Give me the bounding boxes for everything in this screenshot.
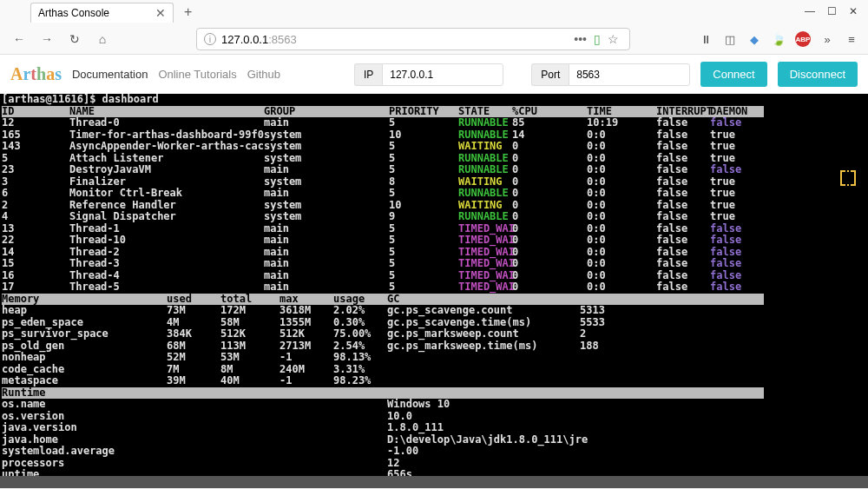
adblock-icon[interactable]: ABP <box>795 31 811 47</box>
thread-row: 13Thread-1main5TIMED_WAI00:0falsefalse <box>2 223 866 235</box>
info-icon[interactable]: i <box>204 33 216 45</box>
address-bar[interactable]: i 127.0.0.1:8563 ••• ▯ ☆ <box>196 28 630 50</box>
command: dashboard <box>102 94 159 106</box>
thread-row: 14Thread-2main5TIMED_WAI00:0falsefalse <box>2 247 866 259</box>
thread-row: 23DestroyJavaVMmain5RUNNABLE00:0falsefal… <box>2 164 866 176</box>
thread-row: 2Reference Handlersystem10WAITING00:0fal… <box>2 200 866 212</box>
disconnect-button[interactable]: Disconnect <box>778 62 858 87</box>
port-input[interactable] <box>569 63 690 86</box>
thread-row: 165Timer-for-arthas-dashboard-99f0system… <box>2 129 866 142</box>
runtime-row: java.version1.8.0_111 <box>2 422 866 434</box>
ip-label: IP <box>354 63 382 86</box>
back-button[interactable]: ← <box>9 29 30 50</box>
reader-icon[interactable]: ▯ <box>594 32 601 46</box>
menu-icon[interactable]: ≡ <box>844 31 859 47</box>
ip-input[interactable] <box>382 63 503 86</box>
runtime-row: java.homeD:\develop\Java\jdk1.8.0_111\jr… <box>2 434 866 446</box>
capture-icon[interactable] <box>840 170 856 186</box>
memory-row: metaspace39M40M-198.23% <box>2 375 866 387</box>
thread-row: 143AsyncAppender-Worker-arthas-cacsystem… <box>2 141 866 153</box>
app-header: Arthas Documentation Online Tutorials Gi… <box>0 55 868 94</box>
thread-header: IDNAMEGROUPPRIORITYSTATE%CPUTIMEINTERRUP… <box>2 106 764 118</box>
memory-header: MemoryusedtotalmaxusageGC <box>2 294 764 306</box>
thread-row: 15Thread-3main5TIMED_WAI00:0falsefalse <box>2 258 866 270</box>
memory-row: ps_old_gen68M113M2713M2.54%gc.ps_markswe… <box>2 340 866 353</box>
runtime-row: systemload.average-1.00 <box>2 446 866 458</box>
sidebar-icon[interactable]: ◫ <box>722 31 738 47</box>
terminal[interactable]: [arthas@11616]$ dashboard IDNAMEGROUPPRI… <box>0 94 868 488</box>
nav-github[interactable]: Github <box>247 68 280 81</box>
thread-row: 4Signal Dispatchersystem9RUNNABLE00:0fal… <box>2 211 866 223</box>
nav-tutorials[interactable]: Online Tutorials <box>158 68 236 81</box>
window-close[interactable]: ✕ <box>849 5 858 17</box>
url-port: :8563 <box>268 33 297 46</box>
runtime-row: os.nameWindows 10 <box>2 399 866 411</box>
memory-row: nonheap52M53M-198.13% <box>2 352 866 364</box>
memory-row: heap73M172M3618M2.02%gc.ps_scavenge.coun… <box>2 305 866 317</box>
tab-title: Arthas Console <box>38 7 109 19</box>
ext-icon-2[interactable]: 🍃 <box>771 31 786 47</box>
port-label: Port <box>531 63 569 86</box>
bookmark-icon[interactable]: ☆ <box>608 32 619 46</box>
browser-tab[interactable]: Arthas Console ✕ <box>30 3 174 23</box>
runtime-row: processors12 <box>2 458 866 470</box>
reload-button[interactable]: ↻ <box>64 29 85 50</box>
thread-row: 12Thread-0main5RUNNABLE8510:19falsefalse <box>2 117 866 129</box>
memory-row: code_cache7M8M240M3.31% <box>2 364 866 376</box>
memory-row: ps_eden_space4M58M1355M0.30%gc.ps_scaven… <box>2 317 866 329</box>
close-icon[interactable]: ✕ <box>155 6 166 20</box>
runtime-row: os.version10.0 <box>2 411 866 423</box>
window-maximize[interactable]: ☐ <box>827 5 837 17</box>
memory-row: ps_survivor_space384K512K512K75.00%gc.ps… <box>2 328 866 340</box>
thread-row: 3Finalizersystem8WAITING00:0falsetrue <box>2 176 866 188</box>
home-button[interactable]: ⌂ <box>92 29 113 50</box>
overflow-icon[interactable]: » <box>819 31 835 47</box>
thread-row: 16Thread-4main5TIMED_WAI00:0falsefalse <box>2 270 866 282</box>
thread-row: 22Thread-10main5TIMED_WAI00:0falsefalse <box>2 235 866 247</box>
url-host: 127.0.0.1 <box>221 33 268 46</box>
connect-button[interactable]: Connect <box>700 62 766 87</box>
background-log <box>0 476 868 488</box>
runtime-header: Runtime <box>2 387 764 400</box>
prompt: [arthas@11616]$ <box>2 94 102 106</box>
thread-row: 6Monitor Ctrl-Breakmain5RUNNABLE00:0fals… <box>2 188 866 200</box>
more-icon[interactable]: ••• <box>574 32 587 46</box>
new-tab-button[interactable]: + <box>179 4 197 20</box>
thread-row: 17Thread-5main5TIMED_WAI00:0falsefalse <box>2 281 866 294</box>
forward-button[interactable]: → <box>36 29 57 50</box>
nav-documentation[interactable]: Documentation <box>72 68 148 81</box>
thread-row: 5Attach Listenersystem5RUNNABLE00:0false… <box>2 153 866 165</box>
library-icon[interactable]: ⏸ <box>698 31 713 47</box>
ext-icon-1[interactable]: ◆ <box>746 31 762 47</box>
logo: Arthas <box>10 64 62 84</box>
window-minimize[interactable]: — <box>805 5 815 17</box>
